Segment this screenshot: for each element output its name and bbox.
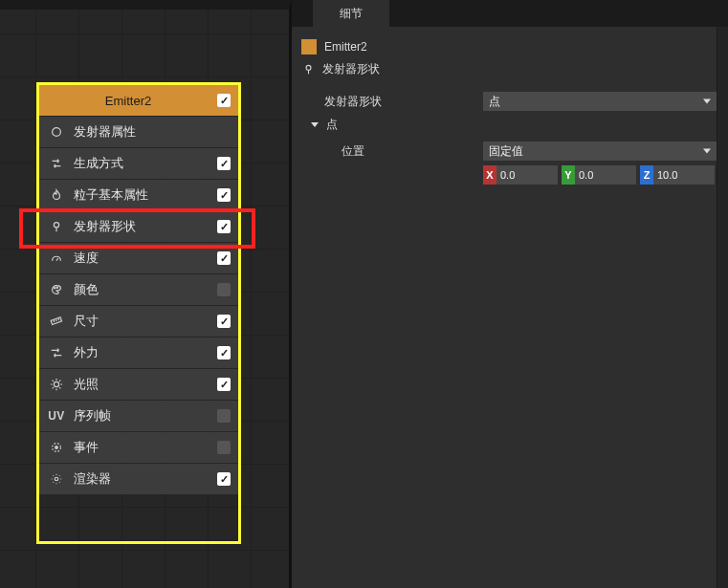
render-icon: [49, 471, 64, 487]
module-label: 速度: [74, 250, 217, 267]
details-body: Emitter2 发射器形状 发射器形状 点 点 位置 固定值: [292, 27, 728, 588]
svg-point-8: [55, 477, 58, 481]
module-color[interactable]: 颜色: [39, 274, 238, 305]
object-color-swatch: [301, 39, 317, 54]
module-checkbox[interactable]: ✓: [217, 220, 231, 233]
module-checkbox[interactable]: ✓: [217, 157, 231, 170]
event-icon: [49, 440, 64, 455]
module-checkbox[interactable]: ✓: [217, 346, 231, 359]
emitter-module-panel: Emitter2 ✓ 发射器属性 生成方式 ✓ 粒子基本属性 ✓ 发射器形状 ✓…: [39, 85, 238, 495]
axis-z-label: Z: [640, 165, 653, 185]
svg-point-3: [56, 287, 57, 288]
module-checkbox[interactable]: ✓: [217, 188, 231, 202]
module-particle-base[interactable]: 粒子基本属性 ✓: [39, 180, 238, 210]
module-label: 尺寸: [74, 313, 217, 330]
position-z-field[interactable]: Z 10.0: [640, 165, 715, 185]
module-checkbox[interactable]: [217, 283, 231, 296]
axis-x-label: X: [483, 165, 496, 185]
prop-position: 位置 固定值: [298, 139, 717, 163]
object-header: Emitter2: [298, 36, 717, 57]
details-pane: 细节 Emitter2 发射器形状 发射器形状 点 点 位置 固定值: [292, 0, 728, 588]
module-emitter-shape[interactable]: 发射器形状 ✓: [39, 211, 238, 242]
module-label: 生成方式: [74, 155, 217, 172]
position-x-field[interactable]: X 0.0: [483, 165, 558, 185]
dropdown-value: 固定值: [489, 143, 523, 160]
position-x-value: 0.0: [496, 169, 515, 181]
prop-emitter-shape: 发射器形状 点: [298, 92, 717, 111]
swap-icon: [49, 156, 64, 171]
position-vector: X 0.0 Y 0.0 Z 10.0: [298, 165, 717, 185]
gauge-icon: [49, 250, 64, 266]
module-emitter-props[interactable]: 发射器属性: [39, 117, 238, 147]
module-label: 发射器形状: [74, 218, 217, 235]
svg-point-2: [55, 288, 55, 289]
module-label: 序列帧: [74, 407, 217, 425]
module-checkbox[interactable]: ✓: [217, 251, 231, 265]
module-label: 发射器属性: [74, 123, 231, 141]
tab-label: 细节: [340, 6, 363, 22]
module-renderer[interactable]: 渲染器 ✓: [39, 464, 238, 494]
emitter-shape-dropdown[interactable]: 点: [483, 92, 717, 111]
chevron-down-icon: [703, 149, 711, 154]
svg-point-9: [306, 65, 311, 70]
ruler-icon: [49, 314, 64, 329]
module-size[interactable]: 尺寸 ✓: [39, 306, 238, 337]
position-y-field[interactable]: Y 0.0: [562, 165, 636, 185]
emitter-enable-checkbox[interactable]: ✓: [217, 94, 231, 107]
prop-label: 位置: [342, 143, 483, 160]
module-label: 光照: [74, 376, 217, 393]
dropdown-value: 点: [489, 94, 500, 110]
shape-expand-label: 点: [326, 117, 338, 133]
position-z-value: 10.0: [653, 169, 677, 181]
module-label: 外力: [74, 344, 217, 361]
module-velocity[interactable]: 速度 ✓: [39, 243, 238, 273]
force-icon: [49, 345, 64, 360]
uv-icon: UV: [49, 408, 64, 424]
details-scrollbar[interactable]: [717, 27, 728, 588]
svg-point-0: [53, 128, 61, 137]
svg-point-1: [54, 223, 58, 228]
sun-icon: [49, 377, 64, 392]
module-event[interactable]: 事件: [39, 432, 238, 463]
tab-strip: 细节: [292, 0, 728, 27]
module-spawn[interactable]: 生成方式 ✓: [39, 148, 238, 179]
position-y-value: 0.0: [575, 169, 593, 181]
svg-point-5: [54, 381, 58, 386]
pin-icon: [301, 62, 315, 76]
position-mode-dropdown[interactable]: 固定值: [483, 142, 717, 161]
pin-icon: [49, 219, 64, 234]
module-label: 事件: [74, 439, 217, 456]
module-checkbox[interactable]: [217, 409, 231, 423]
left-pane: Emitter2 ✓ 发射器属性 生成方式 ✓ 粒子基本属性 ✓ 发射器形状 ✓…: [0, 0, 292, 588]
emitter-header[interactable]: Emitter2 ✓: [39, 85, 238, 116]
module-checkbox[interactable]: ✓: [217, 315, 231, 328]
module-force[interactable]: 外力 ✓: [39, 338, 238, 368]
palette-icon: [49, 282, 64, 297]
shape-expand-toggle[interactable]: 点: [298, 117, 717, 133]
module-light[interactable]: 光照 ✓: [39, 369, 238, 400]
module-label: 渲染器: [74, 470, 217, 488]
selected-module-label: 发射器形状: [322, 61, 380, 77]
module-label: 颜色: [74, 281, 217, 298]
prop-label: 发射器形状: [324, 94, 483, 110]
module-checkbox[interactable]: ✓: [217, 378, 231, 391]
module-label: 粒子基本属性: [74, 186, 217, 204]
module-checkbox[interactable]: ✓: [217, 472, 231, 486]
module-uv-anim[interactable]: UV 序列帧: [39, 401, 238, 431]
emitter-title: Emitter2: [39, 94, 217, 108]
chevron-down-icon: [703, 99, 711, 104]
selected-module-row: 发射器形状: [298, 59, 717, 78]
flame-icon: [49, 187, 64, 203]
circle-icon: [49, 124, 64, 140]
axis-y-label: Y: [562, 165, 575, 185]
chevron-down-icon: [311, 122, 319, 127]
object-name: Emitter2: [324, 40, 367, 54]
tab-details[interactable]: 细节: [313, 0, 389, 27]
svg-point-7: [55, 446, 58, 449]
module-checkbox[interactable]: [217, 441, 231, 454]
